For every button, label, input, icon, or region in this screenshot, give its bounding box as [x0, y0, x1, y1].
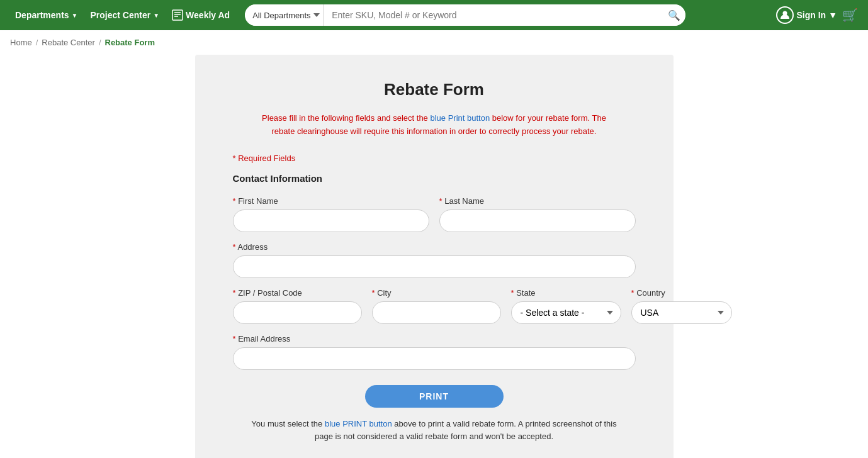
address-label-text: Address [237, 242, 268, 252]
project-center-chevron-icon: ▼ [153, 12, 159, 19]
first-name-group: * First Name [233, 196, 429, 232]
email-star: * [233, 334, 239, 344]
breadcrumb: Home / Rebate Center / Rebate Form [0, 30, 868, 55]
search-dept-select[interactable]: All Departments [245, 4, 324, 26]
bottom-note: You must select the blue PRINT button ab… [233, 418, 636, 444]
address-input[interactable] [233, 255, 636, 278]
project-center-nav[interactable]: Project Center ▼ [86, 8, 165, 23]
weekly-ad-nav[interactable]: Weekly Ad [167, 7, 235, 23]
first-name-input[interactable] [233, 209, 429, 232]
required-note: * Required Fields [233, 154, 636, 163]
weekly-ad-label: Weekly Ad [186, 10, 230, 20]
country-star: * [631, 288, 637, 298]
email-group: * Email Address [233, 334, 636, 370]
search-icon: 🔍 [668, 9, 680, 21]
departments-label: Departments [15, 10, 69, 20]
country-select[interactable]: USA Canada Mexico [631, 301, 732, 324]
form-title: Rebate Form [233, 80, 636, 99]
departments-chevron-icon: ▼ [72, 12, 78, 19]
country-label-text: Country [636, 288, 665, 298]
address-group: * Address [233, 242, 636, 278]
breadcrumb-home[interactable]: Home [10, 38, 32, 47]
address-row: * Address [233, 242, 636, 278]
address-label: * Address [233, 242, 636, 252]
zip-input[interactable] [233, 301, 362, 324]
city-label: * City [372, 288, 501, 298]
weekly-ad-icon [172, 9, 183, 21]
form-subtitle: Please fill in the following fields and … [233, 112, 636, 138]
state-label-text: State [516, 288, 535, 298]
breadcrumb-sep-1: / [36, 38, 38, 47]
sign-in-button[interactable]: Sign In ▼ [776, 6, 837, 24]
city-label-text: City [377, 288, 391, 298]
country-group: * Country USA Canada Mexico [631, 288, 732, 324]
breadcrumb-current: Rebate Form [105, 38, 155, 47]
city-group: * City [372, 288, 501, 324]
cart-icon[interactable]: 🛒 [842, 8, 858, 23]
sign-in-chevron-icon: ▼ [828, 10, 837, 20]
form-container: Rebate Form Please fill in the following… [195, 55, 674, 458]
header-right: Sign In ▼ 🛒 [776, 6, 858, 24]
email-input[interactable] [233, 347, 636, 370]
last-name-star: * [439, 196, 445, 206]
search-input[interactable] [324, 4, 663, 26]
breadcrumb-rebate-center[interactable]: Rebate Center [42, 38, 95, 47]
main-content: Rebate Form Please fill in the following… [0, 55, 868, 458]
city-input[interactable] [372, 301, 501, 324]
name-row: * First Name * Last Name [233, 196, 636, 232]
zip-group: * ZIP / Postal Code [233, 288, 362, 324]
subtitle-text: Please fill in the following fields and … [262, 113, 430, 123]
state-select[interactable]: - Select a state - Alabama Alaska Arizon… [511, 301, 621, 324]
location-row: * ZIP / Postal Code * City * State - Sel… [233, 288, 636, 324]
state-star: * [511, 288, 517, 298]
city-star: * [372, 288, 378, 298]
print-button[interactable]: PRINT [365, 385, 504, 408]
first-name-label: * First Name [233, 196, 429, 206]
breadcrumb-sep-2: / [99, 38, 101, 47]
email-row: * Email Address [233, 334, 636, 370]
first-name-label-text: First Name [238, 196, 278, 206]
country-label: * Country [631, 288, 732, 298]
search-button[interactable]: 🔍 [663, 4, 685, 26]
project-center-label: Project Center [91, 10, 151, 20]
state-group: * State - Select a state - Alabama Alask… [511, 288, 621, 324]
header: Departments ▼ Project Center ▼ Weekly Ad… [0, 0, 868, 30]
last-name-label-text: Last Name [444, 196, 484, 206]
departments-nav[interactable]: Departments ▼ [10, 8, 83, 23]
email-label: * Email Address [233, 334, 636, 344]
svg-rect-0 [172, 10, 183, 20]
zip-label: * ZIP / Postal Code [233, 288, 362, 298]
bottom-note-blue: blue PRINT button [325, 419, 392, 428]
first-name-star: * [233, 196, 239, 206]
last-name-label: * Last Name [439, 196, 636, 206]
search-container: All Departments 🔍 [245, 4, 685, 26]
sign-in-label: Sign In [796, 10, 826, 20]
last-name-group: * Last Name [439, 196, 636, 232]
zip-label-text: ZIP / Postal Code [238, 288, 302, 298]
contact-section-title: Contact Information [233, 173, 636, 184]
subtitle-blue-print: blue Print button [430, 113, 490, 123]
last-name-input[interactable] [439, 209, 636, 232]
state-label: * State [511, 288, 621, 298]
user-icon [776, 6, 794, 24]
email-label-text: Email Address [238, 334, 290, 344]
zip-star: * [233, 288, 239, 298]
